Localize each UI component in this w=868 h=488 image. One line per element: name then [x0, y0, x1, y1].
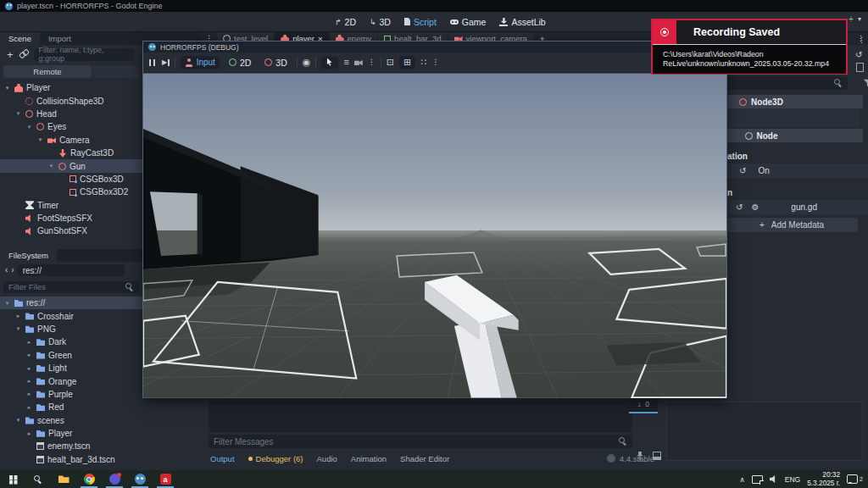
tree-chevron-icon[interactable]: ▸ — [25, 339, 33, 346]
script-icon — [404, 18, 410, 25]
bottom-panel-tab[interactable]: Shader Editor — [400, 454, 449, 463]
file-label: Green — [48, 351, 72, 360]
add-metadata-button[interactable]: + Add Metadata — [726, 218, 858, 232]
add-node-button[interactable]: + — [7, 49, 14, 60]
filesystem-item[interactable]: ▸ Red — [0, 401, 202, 413]
tab-import[interactable]: Import — [40, 32, 80, 45]
filesystem-item[interactable]: healt_bar_3d.tscn — [0, 453, 202, 466]
godot-logo-icon — [5, 3, 13, 10]
property-group-label: ation — [727, 152, 748, 161]
action-center-button[interactable]: 2 — [847, 474, 863, 484]
bottom-panel-tab[interactable]: Output — [210, 454, 235, 463]
script-property-row[interactable]: ↺ ⚙ gun.gd ▾ — [717, 200, 868, 214]
gear-icon[interactable]: ⚙ — [751, 203, 759, 212]
filesystem-item[interactable]: ▾ scenes — [0, 414, 202, 427]
workspace-tab[interactable]: ↳ 3D — [370, 17, 391, 27]
filter-messages-input[interactable]: Filter Messages — [209, 435, 632, 448]
chevron-down-icon[interactable]: ▾ — [858, 16, 861, 23]
godot-taskbar-button[interactable] — [127, 470, 153, 488]
tree-chevron-icon[interactable]: ▸ — [25, 391, 33, 397]
tree-chevron-icon[interactable]: ▾ — [3, 85, 11, 92]
3d-ring-icon — [264, 58, 272, 66]
start-button[interactable] — [0, 470, 25, 488]
filter-files-input[interactable]: Filter Files — [3, 281, 139, 293]
3d-mode-button[interactable]: 3D — [260, 56, 291, 69]
tree-chevron-icon[interactable]: ▾ — [14, 417, 22, 424]
filesystem-item[interactable]: ▸ Player — [0, 427, 202, 440]
open-docs-icon[interactable] — [856, 63, 864, 72]
dock-bottom-icon[interactable] — [653, 452, 661, 460]
radeon-button[interactable]: a — [153, 470, 178, 488]
nav-forward-icon[interactable]: › — [11, 266, 14, 274]
tree-chevron-icon[interactable]: ▾ — [47, 163, 55, 169]
next-frame-icon[interactable]: ▶ — [162, 59, 170, 66]
tree-chevron-icon[interactable]: ▾ — [25, 124, 33, 130]
kebab-menu-icon[interactable]: ⋮ — [368, 58, 376, 66]
bottom-panel-tab[interactable]: Animation — [351, 454, 387, 463]
file-explorer-button[interactable] — [51, 470, 76, 488]
camera-override-icon[interactable] — [354, 58, 363, 67]
record-icon — [660, 28, 669, 36]
tree-chevron-icon[interactable]: ▸ — [25, 365, 33, 372]
taskbar-search-button[interactable] — [25, 470, 51, 488]
select-mode-button[interactable] — [321, 57, 338, 69]
pause-icon[interactable] — [148, 58, 157, 67]
tree-chevron-icon[interactable]: ▸ — [25, 430, 33, 437]
2d-mode-button[interactable]: 2D — [225, 56, 255, 69]
tree-chevron-icon[interactable]: ▸ — [25, 404, 33, 411]
scene-filter-input[interactable]: Filter: name, t:type, g:group — [34, 48, 134, 61]
physics-interpolation-mode-dropdown[interactable]: ↺ On ▾ — [717, 164, 868, 178]
bottom-panel-tab[interactable]: Debugger (6) — [248, 454, 303, 463]
shrink-icon[interactable]: ∷ — [420, 58, 426, 67]
tab-filesystem[interactable]: FileSystem — [0, 249, 57, 262]
instantiate-scene-icon[interactable] — [19, 50, 28, 58]
kebab-menu-icon[interactable]: ⋮ — [431, 58, 439, 66]
path-breadcrumb[interactable]: res:// — [18, 264, 125, 276]
tree-chevron-icon[interactable]: ▾ — [36, 136, 44, 143]
notification-bubble-icon — [847, 474, 858, 484]
workspace-tab[interactable]: Script — [404, 17, 437, 27]
input-mode-button[interactable]: Input — [181, 56, 220, 69]
output-scroll-widget[interactable]: ↓ 0 — [629, 396, 658, 413]
history-icon[interactable]: ↺ — [855, 51, 862, 59]
property-group-label: n — [727, 188, 732, 197]
3d-icon: ↳ — [370, 18, 376, 26]
filesystem-item[interactable]: enemy.tscn — [0, 440, 202, 452]
game-toolbar: ▶ Input 2D 3D ◉ ≡ ⋮ ⊡ ⊞ ∷ — [143, 53, 726, 73]
tree-chevron-icon[interactable]: ▸ — [25, 378, 33, 385]
recording-saved-notification[interactable]: Recording Saved C:\Users\karat\Videos\Ra… — [651, 19, 848, 75]
speaker-icon[interactable] — [770, 475, 778, 484]
network-icon[interactable] — [752, 475, 763, 484]
workspace-tab[interactable]: ↱ 2D — [335, 17, 356, 27]
embed-expand-button[interactable]: ⊞ — [399, 56, 415, 69]
clock[interactable]: 20:32 5.3.2025 г. — [807, 471, 840, 487]
tree-chevron-icon[interactable]: ▸ — [14, 313, 22, 319]
filter-icon[interactable] — [864, 79, 868, 87]
workspace-tab[interactable]: Game — [450, 17, 487, 27]
workspace-tab[interactable]: AssetLib — [499, 17, 545, 27]
node-type-icon — [25, 214, 34, 223]
nav-back-icon[interactable]: ‹ — [5, 266, 8, 274]
purple-app-button[interactable] — [102, 470, 127, 488]
pin-icon[interactable] — [636, 452, 644, 460]
list-select-icon[interactable]: ≡ — [343, 58, 348, 67]
tab-scene[interactable]: Scene — [0, 32, 40, 45]
tree-chevron-icon[interactable]: ▾ — [14, 325, 22, 332]
frame-focus-icon[interactable]: ⊡ — [387, 58, 394, 67]
bottom-panel-tab[interactable]: Audio — [317, 454, 337, 463]
kebab-menu-icon[interactable]: ⋮ — [858, 36, 865, 44]
revert-icon[interactable]: ↺ — [739, 167, 746, 175]
language-indicator[interactable]: ENG — [785, 475, 800, 484]
tree-chevron-icon[interactable]: ▾ — [3, 300, 11, 307]
local-button[interactable] — [93, 65, 139, 78]
toolbar-right-icon-plus[interactable]: + — [849, 15, 854, 24]
tree-chevron-icon[interactable]: ▸ — [25, 352, 33, 358]
revert-icon[interactable]: ↺ — [736, 203, 743, 212]
file-label: PNG — [37, 324, 56, 334]
remote-button[interactable]: Remote — [3, 65, 92, 78]
tray-expand-caret[interactable]: ∧ — [740, 475, 745, 484]
suspend-icon[interactable]: ◉ — [303, 58, 311, 67]
tree-chevron-icon[interactable]: ▾ — [14, 110, 22, 117]
chrome-button[interactable] — [76, 470, 102, 488]
game-window-titlebar[interactable]: HORRORFPS (DEBUG) — [143, 42, 726, 53]
